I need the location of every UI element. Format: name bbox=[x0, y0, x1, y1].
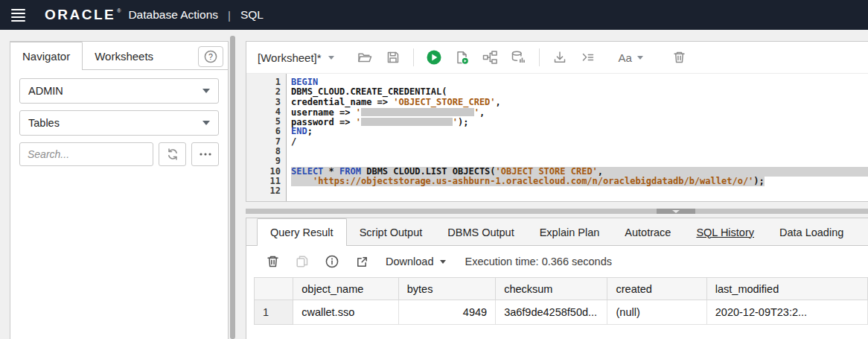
download-label: Download bbox=[386, 256, 434, 267]
info-icon bbox=[325, 254, 339, 269]
column-header-created[interactable]: created bbox=[607, 278, 706, 300]
run-button[interactable] bbox=[420, 45, 448, 69]
svg-text:?: ? bbox=[208, 52, 213, 61]
autotrace-icon bbox=[511, 50, 526, 65]
tab-navigator[interactable]: Navigator bbox=[10, 42, 83, 70]
code-line[interactable]: END; bbox=[291, 127, 868, 136]
info-button[interactable] bbox=[317, 250, 347, 273]
code-line[interactable] bbox=[291, 186, 868, 196]
column-header-object_name[interactable]: object_name bbox=[293, 278, 398, 300]
line-number: 12 bbox=[246, 186, 281, 196]
registered-mark: ® bbox=[117, 8, 121, 13]
results-panel: Query ResultScript OutputDBMS OutputExpl… bbox=[246, 218, 868, 339]
toolbar-divider bbox=[413, 48, 414, 66]
panel-splitter-horizontal[interactable] bbox=[246, 209, 868, 214]
tab-sql-history[interactable]: SQL History bbox=[683, 218, 767, 246]
worksheet-toolbar: [Worksheet]* bbox=[246, 42, 868, 74]
discard-results-button[interactable] bbox=[258, 250, 287, 273]
tab-data-loading[interactable]: Data Loading bbox=[767, 218, 856, 246]
context-title: SQL bbox=[240, 8, 264, 22]
table-cell[interactable]: 2020-12-09T23:2... bbox=[706, 300, 867, 325]
column-header-last_modified[interactable]: last_modified bbox=[706, 278, 867, 300]
open-in-new-button[interactable] bbox=[347, 250, 377, 273]
table-cell[interactable]: 1 bbox=[255, 300, 293, 325]
code-editor[interactable]: 123456789101112 BEGINDBMS_CLOUD.CREATE_C… bbox=[246, 74, 868, 201]
search-row bbox=[19, 142, 219, 166]
more-actions-button[interactable] bbox=[191, 142, 219, 166]
results-table-wrap: object_namebyteschecksumcreatedlast_modi… bbox=[254, 277, 868, 339]
trash-icon bbox=[672, 50, 686, 65]
code-line[interactable]: DBMS_CLOUD.CREATE_CREDENTIAL( bbox=[291, 87, 868, 97]
editor-code[interactable]: BEGINDBMS_CLOUD.CREATE_CREDENTIAL(creden… bbox=[287, 74, 868, 201]
line-number: 9 bbox=[246, 156, 281, 166]
schema-select[interactable]: ADMIN bbox=[19, 78, 219, 104]
run-icon bbox=[426, 49, 442, 66]
line-number: 11 bbox=[246, 177, 281, 186]
chevron-down-icon bbox=[440, 260, 446, 264]
object-type-select-value: Tables bbox=[28, 117, 60, 129]
navigator-panel: NavigatorWorksheets ? ADMIN Tables bbox=[10, 41, 229, 339]
table-row[interactable]: 1cwallet.sso49493a6f9de4258f50d...(null)… bbox=[255, 300, 868, 325]
copy-results-button[interactable] bbox=[287, 250, 317, 273]
format-indent-icon bbox=[581, 50, 596, 65]
results-tab-bar: Query ResultScript OutputDBMS OutputExpl… bbox=[246, 218, 868, 246]
table-cell[interactable]: cwallet.sso bbox=[293, 300, 398, 325]
tab-explain-plan[interactable]: Explain Plan bbox=[527, 218, 613, 246]
download-results-button[interactable]: Download bbox=[386, 256, 446, 267]
line-number: 5 bbox=[246, 117, 281, 127]
panel-splitter-vertical[interactable] bbox=[230, 36, 235, 339]
refresh-button[interactable] bbox=[159, 142, 186, 166]
code-line[interactable]: / bbox=[291, 137, 868, 147]
code-line[interactable] bbox=[291, 147, 868, 156]
brand-text: ORACLE bbox=[45, 7, 115, 23]
code-line[interactable]: BEGIN bbox=[291, 77, 868, 87]
question-icon: ? bbox=[203, 49, 218, 64]
code-line[interactable]: SELECT * FROM DBMS_CLOUD.LIST_OBJECTS('O… bbox=[291, 167, 868, 177]
help-button[interactable]: ? bbox=[198, 46, 223, 67]
table-cell[interactable]: 3a6f9de4258f50d... bbox=[496, 300, 607, 325]
chevron-down-icon bbox=[202, 89, 210, 93]
tab-query-result[interactable]: Query Result bbox=[257, 218, 347, 246]
code-line[interactable]: credential_name => 'OBJECT_STORE_CRED', bbox=[291, 98, 868, 107]
search-input[interactable] bbox=[19, 142, 153, 166]
tab-dbms-output[interactable]: DBMS Output bbox=[435, 218, 526, 246]
redacted-value bbox=[361, 108, 474, 116]
worksheet-panel: [Worksheet]* bbox=[246, 41, 868, 202]
redacted-value bbox=[361, 118, 453, 126]
oracle-logo: ORACLE® bbox=[45, 7, 121, 23]
clear-worksheet-button[interactable] bbox=[666, 45, 694, 69]
column-header[interactable] bbox=[255, 278, 293, 300]
worksheet-selector[interactable]: [Worksheet]* bbox=[258, 51, 334, 64]
object-type-select[interactable]: Tables bbox=[19, 110, 219, 136]
open-in-new-icon bbox=[355, 255, 369, 269]
schema-select-value: ADMIN bbox=[28, 85, 63, 97]
tab-script-output[interactable]: Script Output bbox=[347, 218, 435, 246]
tab-worksheets[interactable]: Worksheets bbox=[83, 42, 165, 70]
collapse-handle[interactable] bbox=[657, 209, 695, 214]
menu-icon[interactable] bbox=[11, 9, 25, 22]
table-cell[interactable]: 4949 bbox=[398, 300, 495, 325]
code-line[interactable]: 'https://objectstorage.us-ashburn-1.orac… bbox=[291, 177, 868, 186]
line-number: 1 bbox=[246, 77, 281, 87]
explain-plan-button[interactable] bbox=[476, 45, 505, 69]
column-header-checksum[interactable]: checksum bbox=[496, 278, 607, 300]
code-line[interactable]: password => ''); bbox=[291, 117, 868, 127]
autotrace-button[interactable] bbox=[505, 45, 533, 69]
code-line[interactable]: username => '', bbox=[291, 107, 868, 117]
format-button[interactable] bbox=[574, 45, 602, 69]
table-cell[interactable]: (null) bbox=[607, 300, 706, 325]
save-button[interactable] bbox=[379, 45, 407, 69]
line-number: 10 bbox=[246, 167, 281, 177]
code-line[interactable] bbox=[291, 156, 868, 166]
font-settings-button[interactable]: Aa bbox=[616, 45, 646, 69]
line-number: 7 bbox=[246, 137, 281, 147]
column-header-bytes[interactable]: bytes bbox=[398, 278, 495, 300]
run-script-button[interactable] bbox=[448, 45, 476, 69]
title-separator: | bbox=[228, 9, 231, 22]
copy-icon bbox=[295, 254, 310, 269]
download-editor-button[interactable] bbox=[546, 45, 574, 69]
tab-autotrace[interactable]: Autotrace bbox=[612, 218, 683, 246]
worksheet-title: [Worksheet]* bbox=[258, 51, 322, 64]
toolbar-divider bbox=[539, 48, 540, 66]
open-file-button[interactable] bbox=[351, 45, 379, 69]
